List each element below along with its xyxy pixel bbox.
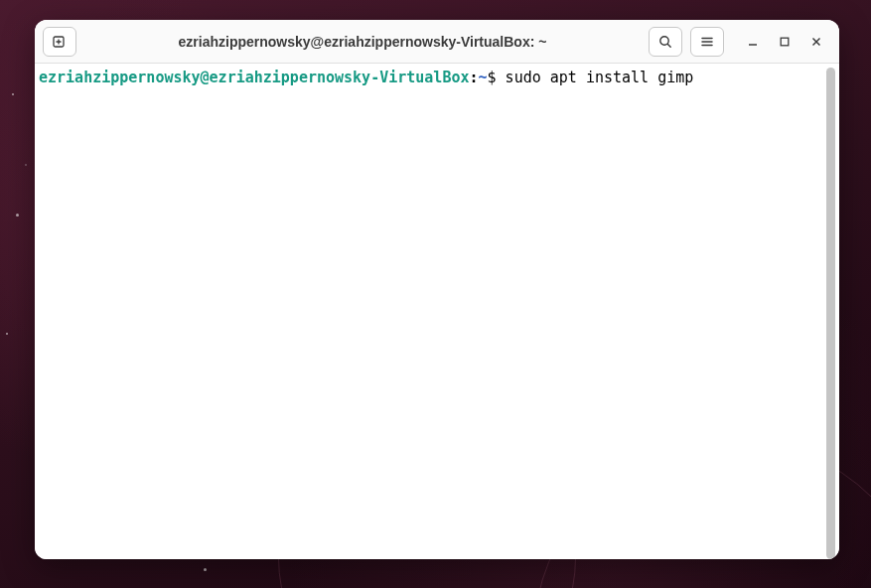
minimize-button[interactable]: [744, 33, 762, 51]
titlebar-right-controls: [649, 27, 831, 57]
maximize-icon: [779, 36, 791, 48]
prompt-command: sudo apt install gimp: [506, 69, 694, 86]
titlebar: ezriahzippernowsky@ezriahzippernowsky-Vi…: [35, 20, 839, 64]
bg-star: [12, 93, 14, 95]
terminal-window: ezriahzippernowsky@ezriahzippernowsky-Vi…: [35, 20, 839, 559]
bg-star: [25, 164, 27, 166]
prompt-line: ezriahzippernowsky@ezriahzippernowsky-Vi…: [37, 68, 837, 87]
svg-line-4: [667, 44, 670, 47]
close-icon: [810, 36, 822, 48]
new-tab-icon: [52, 34, 68, 50]
window-title: ezriahzippernowsky@ezriahzippernowsky-Vi…: [84, 34, 641, 50]
titlebar-left-controls: [43, 27, 76, 57]
scrollbar-thumb[interactable]: [826, 68, 835, 559]
bg-star: [16, 214, 19, 217]
prompt-userhost: ezriahzippernowsky@ezriahzippernowsky-Vi…: [39, 69, 469, 86]
window-controls: [744, 33, 825, 51]
prompt-path: ~: [479, 69, 488, 86]
scrollbar-track[interactable]: [827, 66, 837, 557]
minimize-icon: [747, 36, 759, 48]
maximize-button[interactable]: [776, 33, 794, 51]
prompt-dollar: $: [488, 69, 506, 86]
bg-star: [204, 568, 207, 571]
menu-button[interactable]: [690, 27, 724, 57]
terminal-body[interactable]: ezriahzippernowsky@ezriahzippernowsky-Vi…: [35, 64, 839, 559]
hamburger-icon: [699, 34, 715, 50]
bg-star: [6, 333, 8, 335]
new-tab-button[interactable]: [43, 27, 76, 57]
search-button[interactable]: [649, 27, 682, 57]
svg-rect-9: [781, 38, 789, 46]
prompt-colon: :: [469, 69, 478, 86]
search-icon: [657, 34, 673, 50]
close-button[interactable]: [807, 33, 825, 51]
